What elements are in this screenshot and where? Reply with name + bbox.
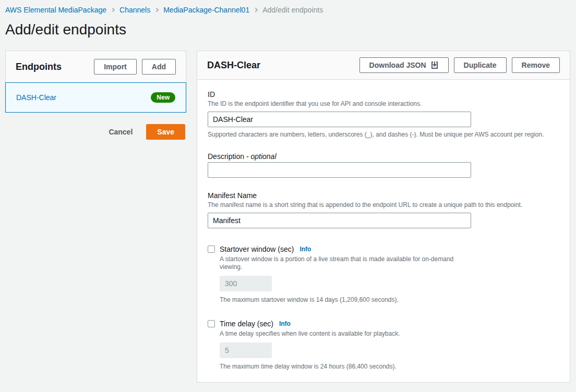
- description-input[interactable]: [208, 162, 471, 178]
- startover-window-description: A startover window is a portion of a liv…: [220, 255, 475, 271]
- time-delay-info-link[interactable]: Info: [279, 320, 291, 327]
- endpoint-editor-title: DASH-Clear: [207, 60, 260, 71]
- save-button[interactable]: Save: [146, 124, 185, 140]
- id-label: ID: [208, 90, 559, 99]
- id-input[interactable]: [208, 112, 471, 127]
- startover-window-field-group: Startover window (sec) Info A startover …: [208, 245, 559, 304]
- description-label: Description: [208, 152, 244, 161]
- download-json-label: Download JSON: [369, 60, 426, 70]
- remove-button[interactable]: Remove: [512, 57, 560, 73]
- breadcrumb-separator-icon: [254, 8, 258, 12]
- time-delay-description: A time delay specifies when live content…: [220, 330, 475, 338]
- breadcrumb-separator-icon: [111, 8, 115, 12]
- download-json-button[interactable]: Download JSON: [359, 57, 449, 73]
- description-field-group: Description - optional: [208, 152, 559, 178]
- id-hint: Supported characters are numbers, letter…: [208, 131, 559, 139]
- time-delay-field-group: Time delay (sec) Info A time delay speci…: [208, 320, 559, 371]
- description-optional-label: - optional: [246, 152, 277, 161]
- id-description: The ID is the endpoint identifier that y…: [208, 100, 559, 108]
- startover-window-input: [220, 276, 272, 291]
- breadcrumb: AWS Elemental MediaPackage Channels Medi…: [5, 5, 570, 15]
- manifest-name-input[interactable]: [208, 213, 471, 228]
- download-icon: [430, 61, 439, 69]
- endpoints-panel-header: Endpoints Import Add: [6, 51, 186, 83]
- breadcrumb-separator-icon: [154, 8, 159, 12]
- time-delay-checkbox[interactable]: [208, 320, 215, 327]
- startover-window-hint: The maximum startover window is 14 days …: [220, 296, 559, 304]
- startover-window-checkbox[interactable]: [208, 246, 215, 253]
- time-delay-hint: The maximum time delay window is 24 hour…: [220, 363, 559, 371]
- endpoints-panel-title: Endpoints: [16, 62, 62, 72]
- startover-window-info-link[interactable]: Info: [299, 246, 311, 253]
- manifest-name-field-group: Manifest Name The manifest name is a sho…: [208, 191, 559, 228]
- time-delay-label: Time delay (sec): [220, 320, 273, 328]
- breadcrumb-link-mediapackage[interactable]: AWS Elemental MediaPackage: [5, 6, 106, 14]
- cancel-button[interactable]: Cancel: [109, 128, 133, 136]
- breadcrumb-current: Add/edit endpoints: [262, 6, 323, 14]
- breadcrumb-link-channel01[interactable]: MediaPackage-Channel01: [163, 6, 249, 14]
- endpoint-editor-header: DASH-Clear Download JSON: [197, 51, 570, 80]
- import-button[interactable]: Import: [94, 59, 137, 75]
- page-title: Add/edit endpoints: [5, 21, 570, 38]
- endpoint-list-item-dash-clear[interactable]: DASH-Clear New: [5, 82, 186, 113]
- add-button[interactable]: Add: [142, 59, 176, 75]
- breadcrumb-link-channels[interactable]: Channels: [119, 6, 150, 14]
- time-delay-input: [220, 342, 272, 358]
- manifest-name-description: The manifest name is a short string that…: [208, 201, 559, 209]
- startover-window-label: Startover window (sec): [220, 245, 294, 253]
- endpoint-editor-panel: DASH-Clear Download JSON: [197, 51, 570, 383]
- endpoint-item-name[interactable]: DASH-Clear: [16, 93, 56, 102]
- form-actions: Cancel Save: [5, 124, 186, 140]
- duplicate-button[interactable]: Duplicate: [454, 57, 507, 73]
- endpoints-panel: Endpoints Import Add DASH-Clear New: [5, 51, 186, 113]
- new-badge: New: [151, 92, 175, 103]
- manifest-name-label: Manifest Name: [208, 191, 559, 200]
- mediapackage-add-edit-endpoints-page: AWS Elemental MediaPackage Channels Medi…: [0, 0, 576, 392]
- id-field-group: ID The ID is the endpoint identifier tha…: [208, 90, 559, 139]
